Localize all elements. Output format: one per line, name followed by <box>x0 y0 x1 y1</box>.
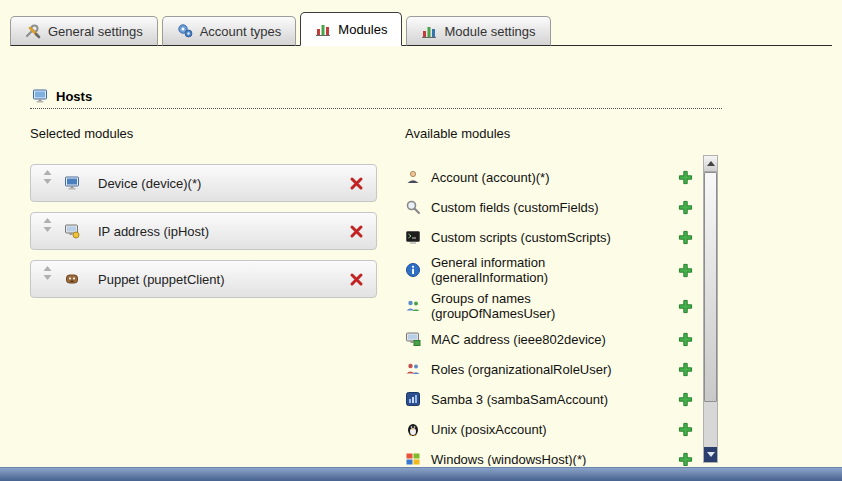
available-module-label: Samba 3 (sambaSamAccount) <box>431 392 653 407</box>
available-module-label: MAC address (ieee802device) <box>431 332 653 347</box>
tab-module-settings[interactable]: Module settings <box>406 16 550 46</box>
available-module-row: Groups of names (groupOfNamesUser) <box>405 288 699 324</box>
remove-module-button[interactable] <box>349 176 364 191</box>
puppet-icon <box>64 271 80 287</box>
section-title: Hosts <box>56 89 92 104</box>
available-module-row: Unix (posixAccount) <box>405 414 699 444</box>
add-module-button[interactable] <box>678 200 693 215</box>
add-module-button[interactable] <box>678 392 693 407</box>
windows-icon <box>405 451 421 466</box>
roles-icon <box>405 361 421 377</box>
tab-general-settings[interactable]: General settings <box>10 16 158 46</box>
selected-module-row: IP address (ipHost) <box>30 212 377 250</box>
groups-icon <box>405 298 421 314</box>
add-module-button[interactable] <box>678 170 693 185</box>
remove-module-button[interactable] <box>349 224 364 239</box>
available-module-row: Custom fields (customFields) <box>405 192 699 222</box>
green-plus-icon <box>678 299 693 314</box>
gears-icon <box>177 23 193 39</box>
selected-module-row: Puppet (puppetClient) <box>30 260 377 298</box>
add-module-button[interactable] <box>678 422 693 437</box>
available-module-label: Unix (posixAccount) <box>431 422 653 437</box>
available-module-label: Windows (windowsHost)(*) <box>431 452 653 467</box>
add-module-button[interactable] <box>678 332 693 347</box>
tab-modules[interactable]: Modules <box>300 12 402 46</box>
available-module-row: Windows (windowsHost)(*) <box>405 444 699 466</box>
monitor-icon <box>32 88 48 104</box>
red-x-icon <box>349 272 364 287</box>
drag-handle-icon[interactable] <box>43 170 52 184</box>
modules-icon <box>315 21 331 37</box>
add-module-button[interactable] <box>678 263 693 278</box>
add-module-button[interactable] <box>678 452 693 467</box>
tab-account-types[interactable]: Account types <box>162 16 297 46</box>
available-module-row: Custom scripts (customScripts) <box>405 222 699 252</box>
selected-module-label: Device (device)(*) <box>98 176 201 191</box>
red-x-icon <box>349 224 364 239</box>
add-module-button[interactable] <box>678 230 693 245</box>
drag-handle-icon[interactable] <box>43 266 52 280</box>
available-module-label: Roles (organizationalRoleUser) <box>431 362 653 377</box>
scroll-down-button[interactable] <box>704 447 717 462</box>
ip-address-icon <box>64 223 80 239</box>
add-module-button[interactable] <box>678 362 693 377</box>
account-icon <box>405 169 421 185</box>
selected-modules-list: Device (device)(*) IP address (ipHost) P… <box>30 164 377 308</box>
remove-module-button[interactable] <box>349 272 364 287</box>
green-plus-icon <box>678 263 693 278</box>
available-module-row: Samba 3 (sambaSamAccount) <box>405 384 699 414</box>
green-plus-icon <box>678 452 693 467</box>
custom-fields-icon <box>405 199 421 215</box>
section-heading: Hosts <box>32 88 92 104</box>
available-module-label: Custom scripts (customScripts) <box>431 230 653 245</box>
available-module-label: Account (account)(*) <box>431 170 653 185</box>
add-module-button[interactable] <box>678 299 693 314</box>
red-x-icon <box>349 176 364 191</box>
selected-module-label: Puppet (puppetClient) <box>98 272 224 287</box>
green-plus-icon <box>678 392 693 407</box>
mac-address-icon <box>405 331 421 347</box>
tab-label: General settings <box>48 24 143 39</box>
available-module-row: Account (account)(*) <box>405 162 699 192</box>
available-modules-heading: Available modules <box>405 126 510 141</box>
tab-label: Module settings <box>444 24 535 39</box>
available-module-label: Custom fields (customFields) <box>431 200 653 215</box>
section-divider <box>30 108 722 109</box>
unix-icon <box>405 421 421 437</box>
custom-scripts-icon <box>405 229 421 245</box>
selected-module-label: IP address (ipHost) <box>98 224 209 239</box>
drag-handle-icon[interactable] <box>43 218 52 232</box>
green-plus-icon <box>678 362 693 377</box>
info-icon <box>405 262 421 278</box>
green-plus-icon <box>678 170 693 185</box>
module-settings-icon <box>421 23 437 39</box>
selected-module-row: Device (device)(*) <box>30 164 377 202</box>
available-modules-list: Account (account)(*) Custom fields (cust… <box>405 162 699 466</box>
available-module-row: MAC address (ieee802device) <box>405 324 699 354</box>
green-plus-icon <box>678 200 693 215</box>
available-module-label: General information (generalInformation) <box>431 255 653 285</box>
arrow-down-icon <box>707 452 715 457</box>
tab-label: Modules <box>338 22 387 37</box>
selected-modules-heading: Selected modules <box>30 126 133 141</box>
tools-icon <box>25 23 41 39</box>
green-plus-icon <box>678 422 693 437</box>
arrow-up-icon <box>707 161 715 166</box>
tab-bar: General settings Account types Modules M… <box>10 12 832 46</box>
footer-bar <box>0 467 842 481</box>
available-module-row: Roles (organizationalRoleUser) <box>405 354 699 384</box>
available-module-row: General information (generalInformation) <box>405 252 699 288</box>
scrollbar-thumb[interactable] <box>704 172 717 402</box>
green-plus-icon <box>678 332 693 347</box>
green-plus-icon <box>678 230 693 245</box>
available-module-label: Groups of names (groupOfNamesUser) <box>431 291 653 321</box>
tab-label: Account types <box>200 24 282 39</box>
available-modules-scrollbar[interactable] <box>703 155 718 463</box>
device-icon <box>64 175 80 191</box>
scroll-up-button[interactable] <box>704 156 717 172</box>
samba-icon <box>405 391 421 407</box>
